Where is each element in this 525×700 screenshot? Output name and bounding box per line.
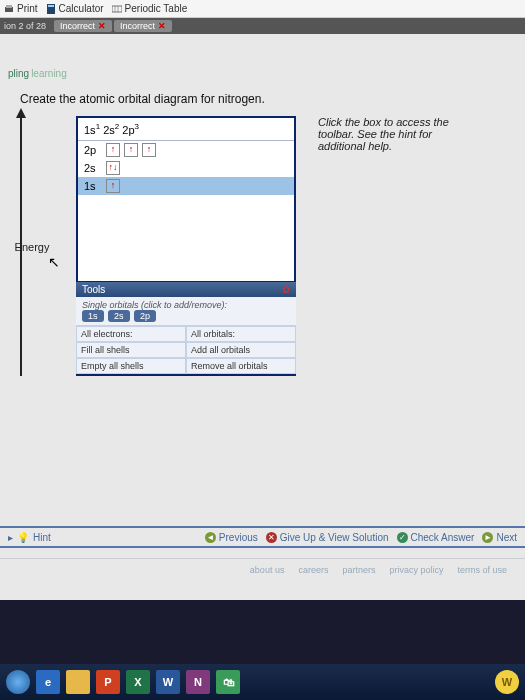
orbital-row-1s[interactable]: 1s ↑ — [78, 177, 294, 195]
orbital-row-2s[interactable]: 2s ↑↓ — [78, 159, 294, 177]
config-text: 1s1 2s2 2p3 — [84, 124, 139, 136]
tools-header: Tools ✿ — [76, 282, 296, 297]
print-icon — [4, 4, 14, 14]
svg-rect-1 — [6, 5, 12, 8]
giveup-icon: ✕ — [266, 532, 277, 543]
svg-rect-4 — [112, 6, 122, 12]
footer-careers[interactable]: careers — [298, 565, 328, 575]
periodic-table-button[interactable]: Periodic Table — [112, 3, 188, 14]
word-icon[interactable]: W — [156, 670, 180, 694]
orbital-diagram-box[interactable]: 1s1 2s2 2p3 2p ↑ ↑ ↑ 2s ↑↓ 1s ↑ T — [76, 116, 296, 376]
electron-config: 1s1 2s2 2p3 — [78, 118, 294, 141]
instruction-text: Click the box to access the toolbar. See… — [318, 116, 478, 152]
prev-icon: ◄ — [205, 532, 216, 543]
attempt-2-badge: Incorrect✕ — [114, 20, 172, 32]
bottom-nav-bar: ▸ 💡 Hint ◄Previous ✕Give Up & View Solut… — [0, 526, 525, 548]
brand-part2: learning — [31, 68, 67, 79]
orbital-pill-1s[interactable]: 1s — [82, 310, 104, 322]
brand-part1: pling — [8, 68, 29, 79]
calculator-icon — [46, 4, 56, 14]
orbital-label-2p: 2p — [84, 144, 102, 156]
footer-links: about us careers partners privacy policy… — [0, 558, 525, 580]
explorer-icon[interactable] — [66, 670, 90, 694]
calculator-label: Calculator — [59, 3, 104, 14]
footer-about[interactable]: about us — [250, 565, 285, 575]
orbital-pill-2s[interactable]: 2s — [108, 310, 130, 322]
add-all-button[interactable]: Add all orbitals — [186, 342, 296, 358]
energy-label: Energy — [15, 241, 50, 253]
orbital-label-1s: 1s — [84, 180, 102, 192]
svg-rect-3 — [48, 5, 54, 7]
x-icon: ✕ — [98, 21, 106, 31]
top-toolbar: Print Calculator Periodic Table — [0, 0, 525, 18]
question-counter: ion 2 of 28 — [4, 21, 46, 31]
w-badge-icon[interactable]: W — [495, 670, 519, 694]
give-up-button[interactable]: ✕Give Up & View Solution — [266, 532, 389, 543]
all-orbitals-header: All orbitals: — [186, 326, 296, 342]
hint-button[interactable]: Hint — [33, 532, 51, 543]
hint-icon: 💡 — [17, 532, 29, 543]
orbital-label-2s: 2s — [84, 162, 102, 174]
next-button[interactable]: ►Next — [482, 532, 517, 543]
single-orbitals-title: Single orbitals (click to add/remove): — [82, 300, 290, 310]
check-icon: ✓ — [397, 532, 408, 543]
ie-icon[interactable]: e — [36, 670, 60, 694]
check-answer-button[interactable]: ✓Check Answer — [397, 532, 475, 543]
previous-button[interactable]: ◄Previous — [205, 532, 258, 543]
footer-privacy[interactable]: privacy policy — [389, 565, 443, 575]
periodic-table-icon — [112, 4, 122, 14]
remove-all-button[interactable]: Remove all orbitals — [186, 358, 296, 374]
powerpoint-icon[interactable]: P — [96, 670, 120, 694]
attempt-1-badge: Incorrect✕ — [54, 20, 112, 32]
tools-panel: Tools ✿ Single orbitals (click to add/re… — [76, 281, 296, 374]
tool-action-grid: All electrons: All orbitals: Fill all sh… — [76, 326, 296, 374]
question-status-bar: ion 2 of 28 Incorrect✕ Incorrect✕ — [0, 18, 525, 34]
orbital-cell[interactable]: ↑ — [106, 179, 120, 193]
orbital-cell[interactable]: ↑ — [142, 143, 156, 157]
orbital-cell[interactable]: ↑ — [106, 143, 120, 157]
brand-bar: pling learning — [0, 64, 525, 82]
store-icon[interactable]: 🛍 — [216, 670, 240, 694]
caret-right-icon: ▸ — [8, 532, 13, 543]
calculator-button[interactable]: Calculator — [46, 3, 104, 14]
excel-icon[interactable]: X — [126, 670, 150, 694]
windows-taskbar: e P X W N 🛍 W — [0, 664, 525, 700]
orbital-pill-2p[interactable]: 2p — [134, 310, 156, 322]
fill-all-button[interactable]: Fill all shells — [76, 342, 186, 358]
empty-all-button[interactable]: Empty all shells — [76, 358, 186, 374]
start-button[interactable] — [6, 670, 30, 694]
all-electrons-header: All electrons: — [76, 326, 186, 342]
x-icon: ✕ — [158, 21, 166, 31]
tools-title: Tools — [82, 284, 105, 295]
footer-partners[interactable]: partners — [342, 565, 375, 575]
question-prompt: Create the atomic orbital diagram for ni… — [20, 92, 509, 106]
gear-icon[interactable]: ✿ — [282, 284, 290, 295]
periodic-label: Periodic Table — [125, 3, 188, 14]
single-orbitals-section: Single orbitals (click to add/remove): 1… — [76, 297, 296, 326]
print-button[interactable]: Print — [4, 3, 38, 14]
next-icon: ► — [482, 532, 493, 543]
onenote-icon[interactable]: N — [186, 670, 210, 694]
footer-terms[interactable]: terms of use — [457, 565, 507, 575]
orbital-cell[interactable]: ↑↓ — [106, 161, 120, 175]
orbital-cell[interactable]: ↑ — [124, 143, 138, 157]
orbital-row-2p[interactable]: 2p ↑ ↑ ↑ — [78, 141, 294, 159]
print-label: Print — [17, 3, 38, 14]
